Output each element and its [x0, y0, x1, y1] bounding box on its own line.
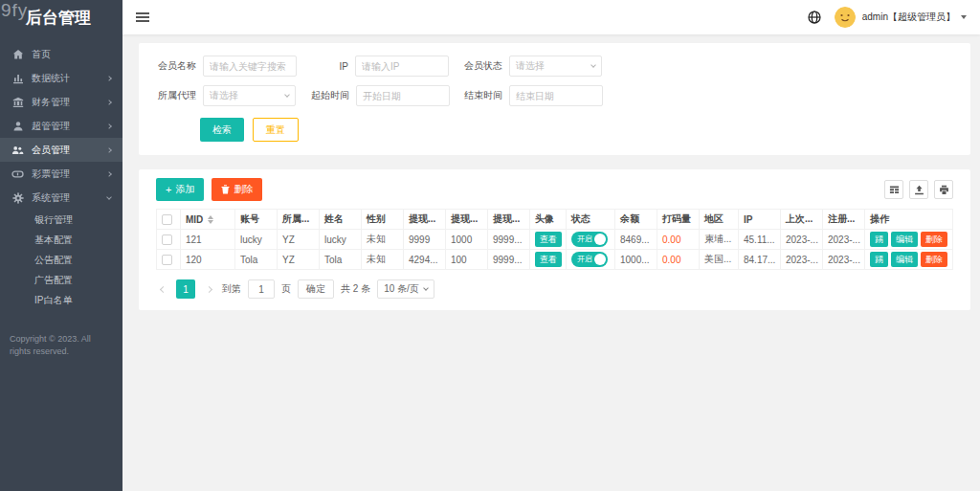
status-toggle[interactable]: 开启	[571, 232, 608, 247]
menu-toggle-icon[interactable]	[136, 11, 149, 24]
next-page-button[interactable]	[202, 279, 215, 299]
col-reg-time: 注册...	[823, 210, 865, 230]
cell-withdraw-3: 9999...	[488, 250, 530, 270]
edit-button[interactable]: 编辑	[891, 252, 918, 267]
table-row: 121 lucky YZ lucky 未知 9999 1000 9999... …	[157, 230, 953, 250]
filter-columns-button[interactable]	[884, 180, 903, 199]
cell-name: Tola	[320, 250, 362, 270]
col-mid: MID	[181, 210, 235, 230]
search-panel: 会员名称 IP 会员状态 请选择 所属代理	[139, 43, 970, 155]
status-toggle[interactable]: 开启	[571, 252, 608, 267]
sort-icon[interactable]	[208, 215, 213, 224]
delete-button[interactable]: 删除	[212, 178, 262, 201]
cell-name: lucky	[320, 230, 362, 250]
edit-button[interactable]: 编辑	[891, 232, 918, 247]
delete-row-button[interactable]: 删除	[921, 252, 947, 267]
chevron-right-icon	[106, 100, 112, 105]
cell-agent: YZ	[278, 250, 320, 270]
view-avatar-button[interactable]: 查看	[535, 232, 562, 247]
select-all-checkbox[interactable]	[162, 214, 172, 225]
delete-row-button[interactable]: 删除	[921, 232, 947, 247]
sidebar-item-system[interactable]: 系统管理	[0, 186, 122, 210]
table-row: 120 Tola YZ Tola 未知 4294... 100 9999... …	[157, 250, 953, 270]
caret-down-icon	[961, 15, 967, 19]
col-status: 状态	[567, 210, 615, 230]
per-page-select[interactable]: 10 条/页	[377, 279, 434, 299]
agent-select[interactable]: 请选择	[203, 85, 296, 106]
cell-withdraw-1: 9999	[404, 230, 446, 250]
sidebar-subitem-basic-config[interactable]: 基本配置	[0, 230, 122, 250]
col-account: 账号	[235, 210, 278, 230]
plus-icon: +	[166, 184, 171, 195]
search-button[interactable]: 检索	[200, 118, 244, 142]
field-member-status: 会员状态 请选择	[464, 56, 602, 77]
cell-last-time: 2023-...	[781, 250, 823, 270]
cell-account: lucky	[235, 230, 278, 250]
sidebar-subitem-ip-whitelist[interactable]: IP白名单	[0, 290, 122, 310]
confirm-page-button[interactable]: 确定	[298, 279, 334, 299]
kick-button[interactable]: 踢	[870, 232, 888, 247]
view-avatar-button[interactable]: 查看	[535, 252, 562, 267]
field-start-time: 起始时间	[311, 85, 449, 106]
row-checkbox[interactable]	[162, 255, 172, 265]
cell-withdraw-3: 9999...	[488, 230, 530, 250]
cell-reg-time: 2023-...	[823, 250, 865, 270]
sidebar-nav: 首页 数据统计 财务管理 超管管理 会	[0, 42, 122, 310]
col-actions: 操作	[865, 210, 953, 230]
sidebar-item-admins[interactable]: 超管管理	[0, 114, 122, 138]
sidebar-item-label: 财务管理	[32, 96, 107, 109]
member-status-select[interactable]: 请选择	[509, 56, 602, 77]
reset-button[interactable]: 重置	[253, 118, 299, 142]
cell-region: 柬埔...	[700, 230, 739, 250]
cell-balance: 8469...	[615, 230, 657, 250]
sidebar-item-lottery[interactable]: 彩票管理	[0, 162, 122, 186]
user-menu[interactable]: admin【超级管理员】	[862, 11, 967, 24]
export-button[interactable]	[909, 180, 928, 199]
filter-icon	[889, 185, 900, 195]
col-ip: IP	[739, 210, 781, 230]
end-date-input[interactable]	[509, 85, 603, 106]
chevron-right-icon	[106, 171, 112, 177]
goto-suffix: 页	[281, 282, 291, 296]
sidebar-item-statistics[interactable]: 数据统计	[0, 66, 122, 90]
sidebar-item-finance[interactable]: 财务管理	[0, 90, 122, 114]
ip-input[interactable]	[355, 56, 449, 77]
avatar[interactable]	[835, 7, 856, 28]
start-date-input[interactable]	[356, 85, 450, 106]
print-button[interactable]	[934, 180, 953, 199]
prev-page-button[interactable]	[156, 279, 169, 299]
member-name-input[interactable]	[203, 56, 297, 77]
sidebar-item-home[interactable]: 首页	[0, 42, 122, 66]
member-status-value: 请选择	[516, 59, 545, 73]
sidebar-subitem-ads[interactable]: 广告配置	[0, 270, 122, 290]
topbar: admin【超级管理员】	[122, 0, 980, 34]
sidebar-item-members[interactable]: 会员管理	[0, 138, 122, 162]
page-number-input[interactable]	[248, 279, 275, 299]
goto-prefix: 到第	[222, 282, 241, 296]
cell-bet-volume: 0.00	[657, 250, 700, 270]
sidebar-item-label: 超管管理	[32, 120, 107, 133]
field-ip: IP	[311, 56, 449, 77]
end-time-label: 结束时间	[464, 89, 509, 102]
cell-bet-volume: 0.00	[657, 230, 700, 250]
bank-icon	[11, 97, 24, 108]
chevron-down-icon	[106, 194, 112, 200]
member-table: MID 账号 所属... 姓名 性别 提现... 提现... 提现... 头像 …	[156, 209, 953, 270]
export-icon	[914, 185, 924, 195]
kick-button[interactable]: 踢	[870, 252, 888, 267]
username-text: admin【超级管理员】	[862, 11, 955, 24]
current-page[interactable]: 1	[176, 279, 195, 299]
ip-label: IP	[311, 61, 355, 72]
field-end-time: 结束时间	[464, 85, 602, 106]
col-region: 地区	[700, 210, 739, 230]
cell-balance: 1000...	[615, 250, 657, 270]
chevron-down-icon	[590, 62, 596, 68]
language-globe-icon[interactable]	[808, 11, 821, 24]
sidebar-item-label: 会员管理	[32, 144, 107, 157]
sidebar-subitem-announcement[interactable]: 公告配置	[0, 250, 122, 270]
row-checkbox[interactable]	[162, 234, 172, 245]
add-button[interactable]: + 添加	[156, 178, 204, 201]
sidebar-subitem-bank[interactable]: 银行管理	[0, 210, 122, 230]
member-status-label: 会员状态	[464, 59, 509, 73]
trash-icon	[221, 185, 230, 194]
